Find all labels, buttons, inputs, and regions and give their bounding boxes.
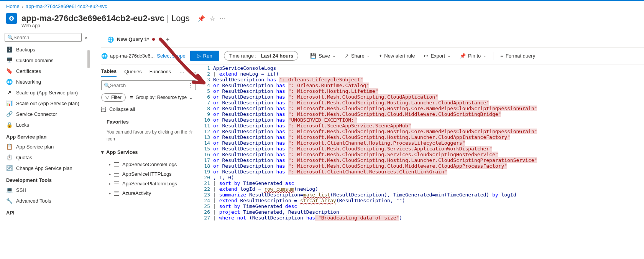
- nav-label: Scale up (App Service plan): [16, 90, 78, 96]
- table-icon: [114, 181, 119, 186]
- sidebar-search[interactable]: 🔍: [5, 33, 82, 42]
- panel-more-icon[interactable]: ⋯: [179, 70, 184, 76]
- sidebar-item[interactable]: ↗Scale up (App Service plan): [5, 87, 87, 98]
- sidebar-item[interactable]: 🔒Locks: [5, 119, 87, 130]
- table-item[interactable]: ▸AppServiceConsoleLogs: [101, 160, 196, 169]
- nav-label: Backups: [16, 47, 35, 53]
- funnel-icon: ▽: [105, 95, 109, 100]
- sidebar-section-api: API: [5, 206, 87, 217]
- list-icon: ≣: [130, 95, 133, 100]
- panel-search-options-icon[interactable]: ⋮: [188, 82, 193, 88]
- editor-code[interactable]: AppServiceConsoleLogs| extend newLog = i…: [213, 65, 644, 259]
- nav-icon: 💻: [6, 187, 12, 193]
- table-name: AppServiceHTTPLogs: [122, 171, 172, 177]
- table-name: AppServicePlatformLogs: [122, 181, 177, 186]
- query-tabs: 🌐 New Query 1* +: [101, 31, 644, 48]
- star-icon[interactable]: ☆: [210, 15, 215, 22]
- select-scope-button[interactable]: Select scope: [157, 53, 185, 59]
- nav-icon: 🔒: [6, 122, 12, 128]
- sidebar-item[interactable]: 💻SSH: [5, 185, 87, 195]
- nav-icon: 🔖: [6, 68, 12, 74]
- sidebar-item[interactable]: 🌐Networking: [5, 76, 87, 87]
- search-icon: 🔍: [104, 82, 110, 88]
- sidebar-item[interactable]: 📋App Service plan: [5, 141, 87, 152]
- chevron-right-icon: ▸: [109, 181, 111, 186]
- panel-search[interactable]: 🔍 ⋮: [101, 80, 196, 90]
- plus-icon: +: [379, 53, 382, 59]
- breadcrumb-home[interactable]: Home: [6, 3, 20, 9]
- sidebar-item[interactable]: 🗄️Backups: [5, 44, 87, 55]
- new-alert-button[interactable]: +New alert rule: [377, 51, 417, 60]
- nav-icon: 🔄: [6, 165, 12, 171]
- tab-tables[interactable]: Tables: [101, 68, 117, 77]
- sidebar-search-input[interactable]: [13, 35, 79, 40]
- time-range-picker[interactable]: Time range : Last 24 hours: [224, 51, 299, 61]
- tab-new-query[interactable]: 🌐 New Query 1*: [101, 31, 161, 47]
- page-title: app-ma-276dc3e69e614cb2-eu2-svc | Logs: [21, 13, 190, 23]
- sidebar-item[interactable]: 📊Scale out (App Service plan): [5, 98, 87, 109]
- share-button[interactable]: ↗Share⌄: [342, 51, 372, 60]
- scope-app-label: app-ma-276dc3e6...: [110, 53, 154, 59]
- table-icon: [114, 162, 119, 167]
- breadcrumb: Home › app-ma-276dc3e69e614cb2-eu2-svc: [0, 1, 644, 12]
- nav-icon: 🔗: [6, 111, 12, 117]
- breadcrumb-current[interactable]: app-ma-276dc3e69e614cb2-eu2-svc: [26, 3, 107, 9]
- app-service-icon: [6, 13, 17, 24]
- nav-label: Scale out (App Service plan): [16, 101, 79, 106]
- sidebar-item[interactable]: 🖥️Custom domains: [5, 55, 87, 66]
- export-button[interactable]: ↦Export⌄: [422, 51, 453, 60]
- panel-collapse-icon[interactable]: «: [193, 70, 196, 76]
- tables-panel: Tables Queries Functions ⋯ « 🔍 ⋮ ▽Filter…: [101, 64, 200, 259]
- nav-label: Advanced Tools: [16, 198, 51, 204]
- add-tab-button[interactable]: +: [161, 36, 174, 43]
- format-query-button[interactable]: ≡Format query: [498, 51, 537, 60]
- favorites-heading: Favorites: [101, 117, 196, 125]
- search-icon: 🔍: [7, 35, 13, 40]
- nav-label: Custom domains: [16, 58, 54, 63]
- panel-search-input[interactable]: [110, 82, 188, 88]
- nav-icon: 🖥️: [6, 57, 12, 63]
- page-subtitle: Web App: [21, 23, 226, 28]
- sidebar-item[interactable]: ⏱️Quotas: [5, 152, 87, 163]
- chevron-down-icon: ⌄: [189, 95, 193, 100]
- nav-icon: 📊: [6, 100, 12, 106]
- tab-functions[interactable]: Functions: [150, 69, 171, 77]
- query-editor[interactable]: 1234567891011121314151617181920212223242…: [200, 64, 644, 259]
- unsaved-indicator-icon: [152, 38, 155, 41]
- toolbar: 🌐 app-ma-276dc3e6... Select scope ▷ Run …: [101, 48, 644, 64]
- nav-label: Locks: [16, 122, 29, 128]
- table-item[interactable]: ▸AzureActivity: [101, 188, 196, 198]
- share-icon: ↗: [345, 53, 349, 59]
- table-icon: [114, 172, 119, 177]
- nav-label: Change App Service plan: [16, 165, 72, 171]
- chevron-down-icon: ⌄: [332, 54, 335, 58]
- collapse-sidebar-icon[interactable]: «: [85, 35, 87, 40]
- table-item[interactable]: ▸AppServicePlatformLogs: [101, 179, 196, 188]
- run-button[interactable]: ▷ Run: [190, 51, 219, 61]
- sidebar-item[interactable]: 🔖Certificates: [5, 66, 87, 76]
- play-icon: ▷: [197, 53, 201, 59]
- filter-button[interactable]: ▽Filter: [101, 93, 126, 102]
- sidebar-item[interactable]: 🔧Advanced Tools: [5, 195, 87, 206]
- sidebar-section-plan: App Service plan: [5, 130, 87, 141]
- more-icon[interactable]: ⋯: [220, 15, 226, 22]
- table-icon: [114, 191, 119, 196]
- tab-queries[interactable]: Queries: [124, 69, 142, 77]
- group-by-button[interactable]: ≣Group by: Resource type⌄: [130, 95, 193, 100]
- pin-icon[interactable]: 📌: [197, 15, 205, 22]
- nav-label: SSH: [16, 187, 26, 193]
- sidebar-scrollbar[interactable]: [87, 50, 90, 68]
- sidebar-item[interactable]: 🔄Change App Service plan: [5, 163, 87, 173]
- collapse-all-button[interactable]: ⿳Collapse all: [101, 105, 196, 114]
- sidebar-item[interactable]: 🔗Service Connector: [5, 109, 87, 119]
- chevron-right-icon: ▸: [109, 162, 111, 167]
- table-item[interactable]: ▸AppServiceHTTPLogs: [101, 169, 196, 179]
- nav-label: Certificates: [16, 68, 41, 74]
- nav-icon: 📋: [6, 144, 12, 150]
- nav-icon: 🗄️: [6, 46, 12, 53]
- favorites-hint: You can add favorites by clicking on the…: [101, 129, 196, 145]
- save-button[interactable]: 💾Save⌄: [308, 51, 338, 60]
- tree-app-services[interactable]: ▾App Services: [101, 148, 196, 157]
- nav-label: Quotas: [16, 155, 32, 160]
- pin-button[interactable]: 📌Pin to⌄: [457, 51, 488, 60]
